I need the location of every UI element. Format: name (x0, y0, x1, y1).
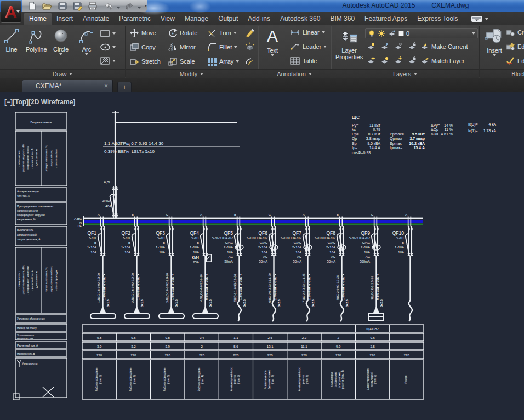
ribbon-tab-home[interactable]: Home (24, 13, 52, 25)
draw-panel-label[interactable]: Draw (0, 69, 125, 78)
layer-tool-0-button[interactable] (367, 42, 375, 50)
annotation-text-button[interactable]: AText (263, 27, 282, 56)
draw-polyline-button[interactable]: Polyline (26, 28, 47, 53)
annotation-linear-button-label: Linear (303, 29, 320, 36)
layer-tool-icon[interactable] (367, 42, 375, 50)
draw-rectangle-button[interactable] (100, 29, 116, 38)
match-layer-button[interactable]: Match Layer (420, 56, 465, 65)
circuit-device-spec: 1x10А (121, 246, 130, 249)
layer-select-combo[interactable]: 0 (365, 28, 478, 38)
create-block-button[interactable]: Create (505, 28, 524, 37)
ribbon-display-toggle[interactable] (471, 15, 488, 22)
ribbon-tab-express-tools[interactable]: Express Tools (412, 13, 463, 25)
legend-row12-text: Установлено (22, 362, 38, 365)
modify-panel-label[interactable]: Modify (126, 69, 258, 78)
circuit-cable-code: 8ШС-2-0.93-9.9-25 (336, 275, 339, 300)
layer-tool-icon[interactable] (394, 42, 403, 50)
layer-tool-2-button[interactable] (394, 42, 403, 50)
layer-tool-icon[interactable] (367, 56, 375, 65)
modify-offset-button[interactable] (244, 56, 255, 66)
circuit-breaker-name: QF9 (361, 230, 370, 236)
layer-tool-icon[interactable] (408, 56, 417, 65)
ribbon-tab-manage[interactable]: Manage (180, 13, 213, 25)
modify-rotate-button[interactable]: Rotate (168, 28, 197, 38)
layer-properties-button[interactable]: LayerProperties (335, 27, 363, 60)
new-tab-button[interactable]: + (117, 82, 132, 92)
modify-array-button[interactable]: Array (207, 56, 239, 66)
blocks-panel-label[interactable]: Blocks (480, 69, 524, 78)
insert-block-icon (485, 27, 504, 46)
layer-tool-3-button[interactable] (408, 42, 417, 50)
layer-tool-6-button[interactable] (394, 56, 403, 65)
ribbon-tab-output[interactable]: Output (213, 13, 243, 25)
annotation-leader-button[interactable]: Leader (289, 42, 327, 51)
modify-stretch-button[interactable]: Stretch (129, 56, 161, 66)
circuit-device-spec: 10А (124, 251, 130, 254)
open-button[interactable] (41, 1, 54, 11)
circuit-breaker-name: QF7 (292, 230, 301, 236)
layer-tool-1-button[interactable] (380, 42, 389, 50)
draw-arc-button[interactable]: Arc (78, 28, 95, 55)
modify-scale-button[interactable]: Scale (168, 56, 195, 66)
modify-copy-button[interactable]: Copy (129, 42, 156, 52)
make-current-button[interactable]: Make Current (420, 42, 468, 50)
summary-label: Ру= (352, 123, 358, 128)
ribbon-tab-annotate[interactable]: Annotate (78, 13, 114, 25)
table-current-value: 11.1 (301, 345, 307, 348)
circuit-device-spec: С/АС (225, 241, 233, 245)
modify-erase-button[interactable] (244, 28, 255, 38)
layer-tool-7-button[interactable] (408, 56, 417, 65)
layers-panel-label[interactable]: Layers (331, 69, 479, 78)
layer-tool-icon[interactable] (408, 42, 417, 50)
summary-sc-value: 4 кА (488, 122, 496, 126)
table-current-value: 9.9 (336, 345, 341, 348)
draw-line-button[interactable]: Line (3, 28, 20, 53)
plot-button[interactable] (86, 1, 100, 11)
annotation-table-button[interactable]: Table (289, 56, 317, 65)
file-tab-cxema[interactable]: CXEMA*× (22, 80, 113, 92)
table-load-description: розетки (пом. 4) (341, 370, 344, 389)
table-voltage-value: 220 (404, 354, 410, 357)
edit-attribute-button[interactable]: Edit (505, 56, 524, 65)
undo-button[interactable] (101, 1, 115, 11)
save-button[interactable] (56, 1, 70, 11)
layer-tool-5-button[interactable] (380, 56, 389, 65)
circuit-device-spec: С/АС (328, 241, 336, 245)
layer-tool-icon[interactable] (380, 42, 389, 50)
redo-dropdown[interactable] (138, 7, 141, 9)
save-as-button[interactable] (71, 1, 85, 11)
table-load-description: (пом. 1) (99, 374, 102, 384)
ribbon-tab-add-ins[interactable]: Add-ins (243, 13, 275, 25)
qat-customize-button[interactable]: ▾ (145, 4, 147, 8)
layer-tool-icon[interactable] (394, 56, 403, 65)
new-button[interactable] (25, 1, 39, 11)
modify-explode-button[interactable] (244, 42, 255, 52)
modify-move-button[interactable]: Move (129, 28, 156, 38)
ribbon-tab-featured-apps[interactable]: Featured Apps (360, 13, 412, 25)
modify-fillet-button[interactable]: Fillet (207, 42, 237, 52)
draw-circle-button[interactable]: Circle (53, 28, 69, 55)
modify-trim-button[interactable]: Trim (207, 28, 237, 38)
annotation-panel-label[interactable]: Annotation (258, 69, 331, 78)
undo-dropdown[interactable] (117, 7, 120, 9)
stretch-icon (129, 56, 139, 66)
ribbon-tab-autodesk-360[interactable]: Autodesk 360 (275, 13, 325, 25)
redo-button[interactable] (122, 1, 136, 11)
edit-block-button[interactable]: Edit (505, 42, 524, 51)
table-load-description: (пом. 1) (237, 374, 240, 384)
application-menu-button[interactable] (1, 1, 21, 23)
circuit-device-spec: С/АС (362, 241, 371, 245)
draw-ellipse-button[interactable] (100, 43, 116, 52)
draw-hatch-button[interactable] (100, 56, 116, 65)
file-tab-close-icon[interactable]: × (104, 82, 108, 90)
drawing-canvas[interactable]: [−][Top][2D Wireframe] Вводная панель - … (0, 92, 524, 420)
ribbon-tab-insert[interactable]: Insert (52, 13, 78, 25)
modify-mirror-button[interactable]: Mirror (168, 42, 196, 52)
circuit-tap-tick (137, 217, 138, 227)
layer-tool-icon[interactable] (380, 56, 389, 65)
annotation-linear-button[interactable]: Linear (289, 28, 325, 37)
insert-block-button[interactable]: Insert (485, 27, 504, 56)
circuit-device-spec: С/АС (294, 241, 302, 245)
layer-tool-4-button[interactable] (367, 56, 375, 65)
ribbon-tab-bim-360[interactable]: BIM 360 (325, 13, 360, 25)
